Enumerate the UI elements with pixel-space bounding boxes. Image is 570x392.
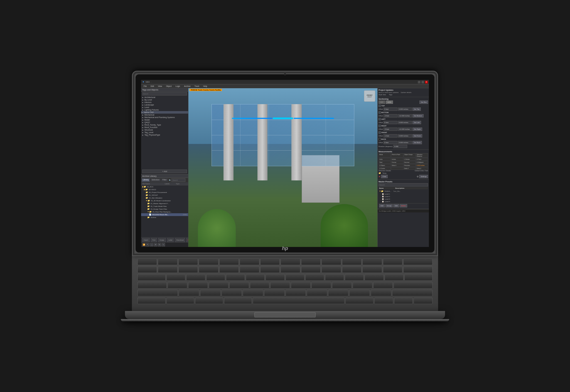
kb-c[interactable] (222, 290, 242, 296)
file-master[interactable]: 📁01_Master Alignment F... (141, 202, 188, 205)
kb-d[interactable] (209, 282, 229, 288)
front-checkbox[interactable]: ✓ (379, 131, 381, 134)
presets-delete-button[interactable]: Delete (400, 204, 407, 207)
back-value-input[interactable] (398, 141, 412, 144)
tree-item-architectural[interactable]: ▶Architectural (141, 96, 188, 99)
kb-r[interactable] (226, 274, 245, 281)
kb-v[interactable] (243, 290, 263, 296)
kb-ctrl[interactable] (166, 297, 195, 304)
archive-tab-selection[interactable]: Selection (150, 178, 161, 182)
kb-q[interactable] (166, 274, 185, 281)
download-button[interactable]: Download (175, 238, 185, 242)
menu-view[interactable]: View (157, 85, 163, 87)
kb-7[interactable] (281, 266, 300, 273)
kb-equals[interactable] (383, 266, 402, 273)
kb-b[interactable] (264, 290, 285, 296)
tree-item-bylevel[interactable]: ▶By Level (141, 99, 188, 101)
file-floor[interactable]: ▼📁04_Floor Plan Backgrou... (141, 210, 188, 213)
level-4-item[interactable]: 📋 Level 4 (379, 200, 428, 203)
set-front-button[interactable]: Set Front (412, 134, 422, 138)
presets-edit-button[interactable]: Edit (393, 204, 399, 207)
tree-item-landscape[interactable]: ▶Landscape (141, 104, 188, 106)
right-checkbox[interactable]: ✓ (379, 125, 381, 127)
set-back-button[interactable]: Set Back (412, 141, 422, 144)
file-3dvdco[interactable]: ▶📁3D VDCO (141, 188, 188, 191)
kb-f6[interactable] (260, 258, 280, 265)
trackpad[interactable] (254, 312, 316, 317)
tree-item-mechanical[interactable]: ▶Mechanical (141, 114, 188, 116)
tree-item-interiors[interactable]: ▶Interiors (141, 101, 188, 104)
kb-backspace[interactable] (403, 266, 433, 273)
file-site[interactable]: 📁02_Site Utilization (141, 197, 188, 199)
file-archive[interactable]: 📁Archive (141, 216, 188, 219)
level-1-item[interactable]: 📋 Level 1 (379, 193, 428, 195)
top-checkbox[interactable]: ✓ (379, 105, 381, 107)
tree-item-model[interactable]: ▶Model (141, 119, 188, 121)
kb-5[interactable] (240, 266, 259, 273)
kb-rbracket[interactable] (385, 274, 404, 281)
delete-button[interactable]: Delete (186, 238, 188, 242)
kb-6[interactable] (260, 266, 280, 273)
icon-wifi[interactable]: 📶 (142, 243, 146, 246)
presets-group-button[interactable]: Group (385, 204, 393, 207)
tree-item-mep[interactable]: ▶Mechanical and Plumbing Systems (141, 116, 188, 119)
kb-del[interactable] (403, 258, 433, 265)
kb-tab[interactable] (137, 274, 166, 281)
find-button[interactable]: Find (151, 238, 157, 242)
file-procurement[interactable]: 📁00_Project Procurement (141, 191, 188, 194)
kb-lbracket[interactable] (365, 274, 384, 281)
kb-minus[interactable] (362, 266, 382, 273)
tree-item-materials-cad[interactable]: ▶ Name CAD (141, 111, 188, 114)
left-value-input[interactable] (398, 121, 412, 124)
import-button[interactable]: Import (142, 238, 150, 242)
clear-button[interactable]: Clear (381, 175, 388, 178)
kb-z[interactable] (179, 290, 199, 296)
kb-i[interactable] (305, 274, 324, 281)
menu-logic[interactable]: Logic (175, 85, 181, 87)
level-2-item[interactable]: 📋 Level 2 (379, 195, 428, 198)
left-checkbox[interactable]: ✓ (379, 118, 381, 120)
kb-u[interactable] (286, 274, 304, 281)
kb-f10[interactable] (342, 258, 362, 265)
menu-file[interactable]: File (143, 85, 148, 87)
kb-a[interactable] (168, 282, 187, 288)
menu-object[interactable]: Object (165, 85, 172, 87)
assign-button[interactable]: Assign (158, 238, 166, 242)
kb-l[interactable] (332, 282, 352, 288)
close-button[interactable]: ✕ (425, 81, 428, 84)
file-trade[interactable]: 📁02_Trade Model Files (141, 205, 188, 208)
set-top-button[interactable]: Set Top (412, 107, 421, 111)
kb-semicolon[interactable] (353, 282, 372, 288)
icon-scale[interactable]: ⤡ (162, 243, 165, 246)
file-3dmodel[interactable]: ▼📁03_3D Model Coordination (141, 199, 188, 202)
kb-f12[interactable] (383, 258, 402, 265)
kb-w[interactable] (186, 274, 205, 281)
bottom-value-input[interactable] (398, 114, 412, 117)
kb-lshift[interactable] (137, 290, 178, 296)
kb-space[interactable] (253, 297, 345, 304)
file-boom[interactable]: 📄09122019 Boom Blo... DWG (141, 213, 188, 216)
kb-4[interactable] (219, 266, 239, 273)
right-value-input[interactable] (398, 128, 412, 131)
set-left-button[interactable]: Set Left (412, 121, 421, 124)
menu-edit[interactable]: Edit (150, 85, 155, 87)
add-button[interactable]: + Add (142, 170, 187, 173)
file-design[interactable]: 📁03_Design Team Files (141, 208, 188, 210)
kb-3[interactable] (199, 266, 218, 273)
kb-x[interactable] (200, 290, 221, 296)
archive-tab-filter[interactable]: Filter (161, 178, 168, 182)
tree-item-qaqc[interactable]: ▶QAQC (141, 121, 188, 124)
kb-f7[interactable] (281, 258, 300, 265)
viewport[interactable]: 701814b Travis County Courts Facility (188, 88, 377, 247)
icon-select[interactable]: □ (150, 243, 153, 246)
icon-move[interactable]: ✛ (154, 243, 157, 246)
file-vdcinp[interactable]: 📁01_VDCInP (141, 194, 188, 197)
kb-9[interactable] (321, 266, 341, 273)
kb-comma[interactable] (328, 290, 349, 296)
kb-e[interactable] (206, 274, 225, 281)
tree-item-level[interactable]: ▶Level (141, 106, 188, 109)
archive-tab-library[interactable]: Library (142, 178, 150, 182)
kb-s[interactable] (188, 282, 208, 288)
settings-button[interactable]: Settings (419, 175, 428, 178)
menu-archive[interactable]: Archive (183, 85, 191, 87)
